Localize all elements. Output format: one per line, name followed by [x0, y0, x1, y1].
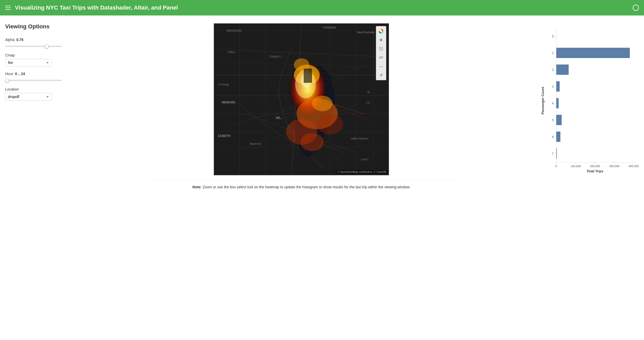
- svg-text:Ca...: Ca...: [366, 101, 372, 104]
- hour-control: Hour: 0 .. 24: [5, 72, 62, 82]
- map-toolbar: ✥ OP — ↺: [376, 26, 386, 80]
- box-select-tool-button[interactable]: [377, 45, 385, 53]
- svg-text:300,000: 300,000: [609, 165, 619, 168]
- cmap-select[interactable]: fire gray hot viridis plasma: [5, 59, 52, 67]
- sidebar: Viewing Options Alpha: 0.75 Cmap fire gr…: [5, 23, 67, 335]
- svg-text:2: 2: [552, 68, 554, 72]
- footer-note-bold: Note:: [192, 185, 202, 189]
- bar-chart-svg: 0 1 2 3 4 5 6 7 0 100,000 20: [541, 23, 639, 175]
- footer-note-text: Zoom or use the box select tool on the h…: [202, 185, 410, 189]
- svg-point-24: [300, 133, 324, 151]
- svg-text:Valley Stream: Valley Stream: [351, 137, 368, 140]
- svg-rect-89: [556, 132, 560, 142]
- hour-slider-start[interactable]: [5, 80, 62, 81]
- location-select[interactable]: dropoff pickup: [5, 93, 52, 101]
- alpha-control: Alpha: 0.75: [5, 38, 62, 48]
- svg-point-23: [317, 114, 343, 134]
- svg-text:Long I...: Long I...: [361, 158, 370, 161]
- cmap-label: Cmap: [5, 53, 62, 57]
- alpha-value: 0.75: [17, 38, 23, 42]
- svg-text:6: 6: [552, 135, 554, 139]
- sidebar-title: Viewing Options: [5, 23, 62, 30]
- app-header: Visualizing NYC Taxi Trips with Datashad…: [0, 0, 644, 15]
- map-canvas[interactable]: PATERSON YONKERS New Rochelle Clifton Cl…: [214, 23, 389, 175]
- svg-text:st Orange: st Orange: [218, 83, 229, 86]
- colormap-tool-button[interactable]: [377, 27, 385, 35]
- main-content: Viewing Options Alpha: 0.75 Cmap fire gr…: [0, 15, 644, 340]
- svg-rect-84: [556, 48, 630, 58]
- reset-tool-button[interactable]: —: [377, 62, 385, 70]
- svg-rect-87: [556, 98, 559, 108]
- svg-text:1: 1: [552, 51, 554, 55]
- svg-text:100,000: 100,000: [570, 165, 581, 168]
- hour-value: 0 .. 24: [15, 72, 25, 76]
- footer-note: Note: Zoom or use the box select tool on…: [147, 181, 456, 189]
- svg-text:4: 4: [552, 102, 554, 105]
- svg-text:YONKERS: YONKERS: [322, 26, 336, 29]
- chart-area: 0 1 2 3 4 5 6 7 0 100,000 20: [541, 23, 639, 175]
- location-control: Location dropoff pickup: [5, 87, 62, 101]
- svg-text:ZABETH: ZABETH: [218, 134, 230, 138]
- hamburger-menu-button[interactable]: [5, 6, 11, 10]
- chart-container: 0 1 2 3 4 5 6 7 0 100,000 20: [536, 23, 639, 335]
- svg-point-22: [312, 96, 333, 111]
- location-label: Location: [5, 87, 62, 91]
- svg-rect-88: [556, 115, 562, 125]
- svg-text:0: 0: [556, 165, 557, 168]
- svg-text:3: 3: [552, 85, 554, 88]
- svg-rect-57: [304, 69, 312, 83]
- header-left: Visualizing NYC Taxi Trips with Datashad…: [5, 4, 178, 11]
- svg-text:NEWARK: NEWARK: [222, 101, 236, 104]
- svg-text:Bayonne: Bayonne: [250, 142, 261, 145]
- app-title: Visualizing NYC Taxi Trips with Datashad…: [15, 4, 178, 11]
- map-wrapper: PATERSON YONKERS New Rochelle Clifton Cl…: [214, 23, 389, 175]
- alpha-slider[interactable]: [5, 46, 62, 47]
- svg-text:M...: M...: [367, 91, 372, 94]
- refresh-tool-button[interactable]: ↺: [377, 71, 385, 79]
- svg-rect-85: [556, 64, 569, 75]
- svg-text:200,000: 200,000: [590, 165, 600, 168]
- svg-text:Total Trips: Total Trips: [587, 169, 603, 173]
- zoom-tool-button[interactable]: OP: [377, 54, 385, 61]
- svg-text:5: 5: [552, 118, 554, 122]
- svg-text:Clifton: Clifton: [227, 51, 235, 54]
- alpha-label: Alpha: 0.75: [5, 38, 62, 42]
- svg-text:400,000: 400,000: [629, 165, 639, 168]
- map-container: PATERSON YONKERS New Rochelle Clifton Cl…: [67, 23, 536, 335]
- svg-text:PATERSON: PATERSON: [226, 29, 242, 32]
- pan-tool-button[interactable]: ✥: [377, 36, 385, 44]
- hour-label: Hour: 0 .. 24: [5, 72, 62, 76]
- svg-rect-86: [556, 81, 560, 92]
- svg-text:7: 7: [552, 152, 554, 156]
- svg-text:Cliffside P...: Cliffside P...: [269, 55, 283, 58]
- svg-text:New Rochelle: New Rochelle: [357, 31, 375, 34]
- svg-text:0: 0: [552, 35, 554, 38]
- cmap-control: Cmap fire gray hot viridis plasma: [5, 53, 62, 67]
- svg-text:Passenger Count: Passenger Count: [541, 87, 545, 115]
- map-background-svg: PATERSON YONKERS New Rochelle Clifton Cl…: [214, 23, 389, 175]
- cmap-select-wrapper: fire gray hot viridis plasma: [5, 59, 52, 67]
- svg-rect-90: [556, 148, 557, 159]
- map-attribution: © OpenStreetMap contributors, © CartoDB: [336, 170, 388, 174]
- status-indicator: [633, 5, 639, 11]
- svg-text:NE...: NE...: [276, 116, 283, 120]
- svg-point-74: [381, 48, 382, 49]
- location-select-wrapper: dropoff pickup: [5, 93, 52, 101]
